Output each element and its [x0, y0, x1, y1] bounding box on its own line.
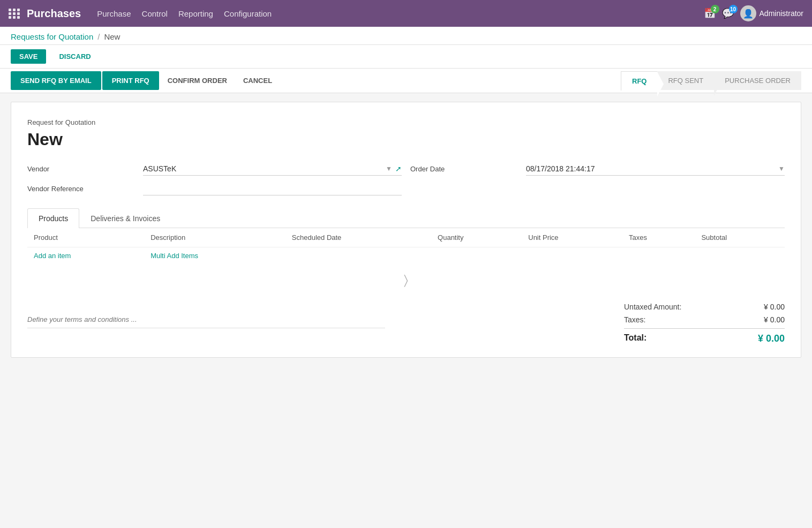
col-product: Product	[27, 228, 144, 247]
empty-cell-4	[622, 247, 695, 265]
save-button[interactable]: SAVE	[11, 49, 46, 64]
add-item-link[interactable]: Add an item	[34, 252, 71, 260]
col-quantity: Quantity	[431, 228, 522, 247]
step-rfq-sent: RFQ SENT	[657, 71, 714, 90]
vendor-label: Vendor	[27, 165, 134, 173]
form-title: New	[27, 130, 785, 149]
print-rfq-button[interactable]: PRINT RFQ	[102, 71, 159, 90]
nav-item-control[interactable]: Control	[142, 7, 168, 20]
tab-deliveries-invoices[interactable]: Deliveries & Invoices	[79, 208, 171, 228]
calendar-badge: 2	[711, 5, 719, 13]
app-title: Purchases	[27, 7, 81, 20]
products-table: Product Description Scheduled Date Quant…	[27, 228, 785, 264]
main-content: Request for Quotation New Vendor ▼ ➚ Ord…	[0, 93, 812, 366]
cursor-icon: 〉	[404, 273, 408, 288]
empty-area: 〉	[27, 264, 785, 296]
vendor-field[interactable]: ▼ ➚	[143, 162, 402, 176]
vendor-ref-label: Vendor Reference	[27, 185, 134, 193]
total-value: ¥ 0.00	[758, 333, 785, 344]
app-grid-icon[interactable]	[9, 9, 20, 19]
breadcrumb: Requests for Quotation / New	[11, 32, 801, 41]
multi-add-items-link[interactable]: Multi Add Items	[151, 252, 198, 260]
send-rfq-button[interactable]: SEND RFQ BY EMAIL	[11, 71, 101, 90]
untaxed-row: Untaxed Amount: ¥ 0.00	[624, 300, 785, 313]
taxes-row: Taxes: ¥ 0.00	[624, 313, 785, 326]
vendor-input[interactable]	[143, 164, 382, 173]
nav-item-configuration[interactable]: Configuration	[224, 7, 272, 20]
total-row: Total: ¥ 0.00	[624, 328, 785, 346]
tabs: Products Deliveries & Invoices	[27, 208, 785, 228]
order-date-label: Order Date	[410, 165, 517, 173]
calendar-icon[interactable]: 📅 2	[704, 7, 716, 19]
form-fields: Vendor ▼ ➚ Order Date ▼ Vendor Reference	[27, 162, 785, 195]
empty-cell-5	[695, 247, 785, 265]
vendor-external-link-icon[interactable]: ➚	[395, 164, 402, 173]
admin-user-menu[interactable]: 👤 Administrator	[740, 5, 803, 21]
discard-button[interactable]: DISCARD	[50, 49, 99, 64]
breadcrumb-parent[interactable]: Requests for Quotation	[11, 32, 93, 41]
breadcrumb-current: New	[104, 32, 120, 41]
empty-cell-2	[431, 247, 522, 265]
taxes-value: ¥ 0.00	[764, 315, 785, 324]
confirm-order-button[interactable]: CONFIRM ORDER	[160, 71, 235, 90]
col-subtotal: Subtotal	[695, 228, 785, 247]
total-label: Total:	[624, 333, 646, 344]
terms-section	[27, 300, 624, 328]
vendor-dropdown-icon[interactable]: ▼	[386, 165, 392, 172]
chat-badge: 10	[729, 5, 738, 13]
workflow-actions: SEND RFQ BY EMAIL PRINT RFQ CONFIRM ORDE…	[11, 71, 621, 90]
order-date-dropdown-icon[interactable]: ▼	[778, 165, 785, 172]
status-steps: RFQ RFQ SENT PURCHASE ORDER	[621, 71, 801, 90]
nav-item-reporting[interactable]: Reporting	[178, 7, 213, 20]
col-taxes: Taxes	[622, 228, 695, 247]
form-subtitle: Request for Quotation	[27, 118, 785, 126]
taxes-label: Taxes:	[624, 315, 645, 324]
vendor-ref-input[interactable]	[143, 184, 402, 193]
nav-items: Purchase Control Reporting Configuration	[97, 7, 703, 20]
tab-products[interactable]: Products	[27, 208, 79, 228]
action-bar: SAVE DISCARD	[0, 45, 812, 69]
order-date-field[interactable]: ▼	[526, 162, 785, 176]
nav-item-purchase[interactable]: Purchase	[97, 7, 131, 20]
nav-right: 📅 2 💬 10 👤 Administrator	[704, 5, 803, 21]
terms-input[interactable]	[27, 311, 385, 328]
add-item-row: Add an item Multi Add Items	[27, 247, 785, 265]
col-description: Description	[144, 228, 285, 247]
col-unit-price: Unit Price	[522, 228, 622, 247]
vendor-ref-field[interactable]	[143, 182, 402, 195]
admin-label: Administrator	[760, 9, 803, 18]
top-navigation: Purchases Purchase Control Reporting Con…	[0, 0, 812, 27]
avatar: 👤	[740, 5, 756, 21]
totals-section: Untaxed Amount: ¥ 0.00 Taxes: ¥ 0.00 Tot…	[624, 300, 785, 346]
untaxed-value: ¥ 0.00	[764, 303, 785, 311]
empty-cell-1	[285, 247, 431, 265]
untaxed-label: Untaxed Amount:	[624, 303, 681, 311]
empty-cell-3	[522, 247, 622, 265]
cancel-button[interactable]: CANCEL	[236, 71, 280, 90]
order-date-input[interactable]	[526, 164, 775, 173]
form-card: Request for Quotation New Vendor ▼ ➚ Ord…	[11, 102, 801, 358]
chat-icon[interactable]: 💬 10	[722, 7, 734, 19]
step-rfq: RFQ	[621, 71, 657, 90]
bottom-section: Untaxed Amount: ¥ 0.00 Taxes: ¥ 0.00 Tot…	[27, 296, 785, 346]
breadcrumb-bar: Requests for Quotation / New	[0, 27, 812, 45]
breadcrumb-separator: /	[97, 32, 100, 41]
workflow-bar: SEND RFQ BY EMAIL PRINT RFQ CONFIRM ORDE…	[0, 69, 812, 93]
col-scheduled-date: Scheduled Date	[285, 228, 431, 247]
step-purchase-order: PURCHASE ORDER	[714, 71, 801, 90]
